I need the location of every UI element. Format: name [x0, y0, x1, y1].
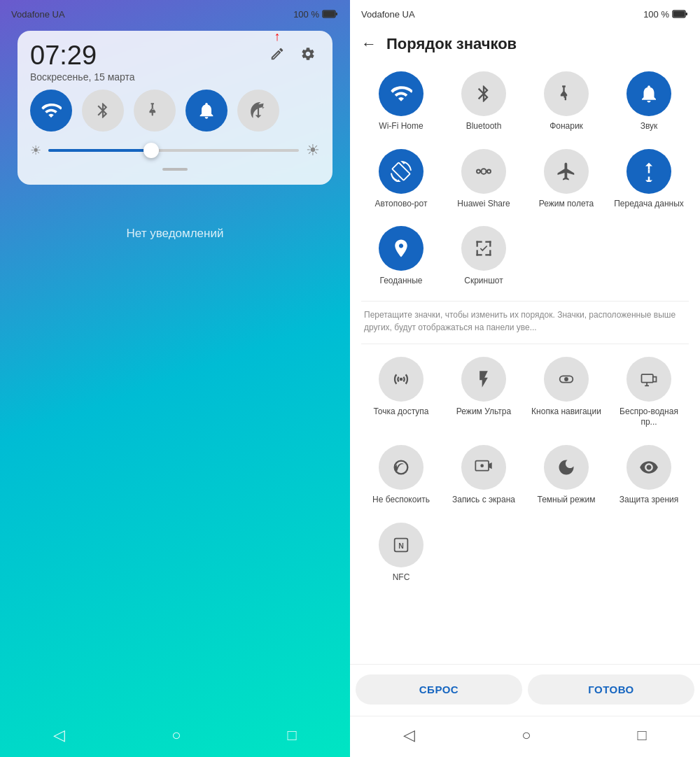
- quick-tiles: [30, 90, 320, 132]
- nav-bar-right: ◁ ○ □: [350, 716, 700, 757]
- flashlight-label: Фонарик: [550, 121, 583, 132]
- svg-point-24: [564, 377, 568, 381]
- settings-button[interactable]: [296, 42, 320, 66]
- icon-eyeprotect[interactable]: Защита зрения: [609, 439, 689, 511]
- icon-wireless[interactable]: Беспро-водная пр...: [609, 351, 689, 434]
- screenshot-circle: [461, 226, 506, 271]
- back-nav-right[interactable]: ◁: [403, 726, 415, 744]
- icon-wifi[interactable]: Wi-Fi Home: [361, 66, 441, 138]
- icon-flashlight[interactable]: Фонарик: [526, 66, 606, 138]
- svg-rect-15: [477, 241, 478, 247]
- tile-flashlight[interactable]: [134, 90, 176, 132]
- right-panel: Vodafone UA 100 % ← Порядок значков Wi-F…: [350, 0, 700, 757]
- brightness-high-icon: ☀: [306, 141, 320, 160]
- svg-point-22: [400, 377, 403, 381]
- right-content: ← Порядок значков Wi-Fi Home Bluetooth: [350, 25, 700, 664]
- svg-rect-25: [642, 374, 653, 383]
- brightness-low-icon: ☀: [30, 143, 41, 158]
- darkmode-circle: [544, 445, 589, 490]
- bluetooth-label: Bluetooth: [466, 121, 502, 132]
- wifi-icon: [41, 100, 62, 121]
- brightness-row: ☀ ☀: [30, 141, 320, 160]
- screenrec-circle: [461, 445, 506, 490]
- navbutton-circle: [544, 357, 589, 402]
- screenshot-label: Скриншот: [464, 276, 503, 287]
- svg-rect-17: [489, 241, 491, 247]
- svg-rect-19: [477, 250, 478, 256]
- icon-airplane[interactable]: Режим полета: [526, 143, 606, 215]
- brightness-thumb[interactable]: [144, 143, 159, 158]
- status-bar-right: Vodafone UA 100 %: [350, 0, 700, 25]
- reset-button[interactable]: СБРОС: [356, 674, 522, 705]
- back-button[interactable]: ←: [361, 35, 377, 53]
- svg-rect-2: [323, 11, 335, 17]
- navbutton-label: Кнопка навигации: [531, 406, 601, 418]
- done-button[interactable]: ГОТОВО: [528, 674, 694, 705]
- tile-wifi[interactable]: [30, 90, 72, 132]
- no-notifications-label: Нет уведомлений: [127, 227, 224, 241]
- icon-location[interactable]: Геоданные: [361, 220, 441, 292]
- icon-nfc[interactable]: N NFC: [361, 517, 441, 589]
- bell-icon: [197, 101, 216, 120]
- carrier-right: Vodafone UA: [361, 9, 415, 20]
- nfc-circle: N: [379, 523, 424, 567]
- brightness-fill: [48, 149, 148, 152]
- home-nav-right[interactable]: ○: [522, 726, 531, 744]
- icon-screenrec[interactable]: Запись с экрана: [444, 439, 524, 511]
- icon-screenshot[interactable]: Скриншот: [444, 220, 524, 292]
- panel-header: ← Порядок значков: [361, 25, 689, 63]
- dnd-circle: [379, 445, 424, 490]
- hotspot-label: Точка доступа: [373, 406, 428, 418]
- icon-data[interactable]: Передача данных: [609, 143, 689, 215]
- icon-bluetooth[interactable]: Bluetooth: [444, 66, 524, 138]
- bluetooth-icon: [94, 101, 112, 120]
- notif-header: 07:29 Воскресенье, 15 марта ↑: [30, 42, 320, 83]
- brightness-track[interactable]: [48, 149, 299, 152]
- dnd-label: Не беспокоить: [372, 495, 430, 506]
- icon-sound[interactable]: Звук: [609, 66, 689, 138]
- back-nav-left[interactable]: ◁: [53, 726, 65, 744]
- hint-text: Перетащите значки, чтобы изменить их пор…: [361, 301, 689, 344]
- icon-dnd[interactable]: Не беспокоить: [361, 439, 441, 511]
- notification-card: 07:29 Воскресенье, 15 марта ↑: [18, 31, 332, 185]
- tile-bell[interactable]: [186, 90, 227, 132]
- data-label: Передача данных: [614, 199, 684, 210]
- svg-point-9: [477, 169, 480, 173]
- icon-darkmode[interactable]: Темный режим: [526, 439, 606, 511]
- icon-navbutton[interactable]: Кнопка навигации: [526, 351, 606, 434]
- icon-huawei-share[interactable]: Huawei Share: [444, 143, 524, 215]
- flashlight-icon: [146, 101, 164, 120]
- settings-icon: [300, 46, 316, 62]
- red-arrow: ↑: [274, 29, 281, 44]
- icon-rotate[interactable]: Автопово-рот: [361, 143, 441, 215]
- ultra-circle: [461, 357, 506, 402]
- eyeprotect-circle: [626, 445, 671, 490]
- svg-rect-1: [335, 13, 337, 15]
- status-bar-left: Vodafone UA 100 %: [0, 0, 350, 25]
- data-circle: [626, 149, 671, 194]
- bottom-buttons: СБРОС ГОТОВО: [350, 664, 700, 716]
- location-circle: [379, 226, 424, 271]
- ultra-label: Режим Ультра: [456, 406, 511, 418]
- drag-handle[interactable]: [162, 168, 188, 171]
- eyeprotect-label: Защита зрения: [620, 495, 679, 506]
- primary-icons-grid: Wi-Fi Home Bluetooth Фонарик: [361, 66, 689, 292]
- icon-ultra[interactable]: Режим Ультра: [444, 351, 524, 434]
- secondary-icons-grid: Точка доступа Режим Ультра Кнопка навига…: [361, 351, 689, 588]
- hotspot-circle: [379, 357, 424, 402]
- rotate-circle: [379, 149, 424, 194]
- wireless-label: Беспро-водная пр...: [612, 406, 686, 428]
- recent-nav-left[interactable]: □: [288, 726, 297, 744]
- svg-rect-7: [565, 97, 566, 101]
- tile-rotate[interactable]: [237, 90, 279, 132]
- recent-nav-right[interactable]: □: [638, 726, 647, 744]
- edit-button[interactable]: ↑: [265, 42, 289, 66]
- svg-point-29: [480, 464, 484, 467]
- wifi-label: Wi-Fi Home: [379, 121, 423, 132]
- huawei-share-circle: [461, 149, 506, 194]
- home-nav-left[interactable]: ○: [172, 726, 181, 744]
- icon-hotspot[interactable]: Точка доступа: [361, 351, 441, 434]
- tile-bluetooth[interactable]: [82, 90, 124, 132]
- wireless-circle: [626, 357, 671, 402]
- svg-rect-3: [152, 112, 153, 115]
